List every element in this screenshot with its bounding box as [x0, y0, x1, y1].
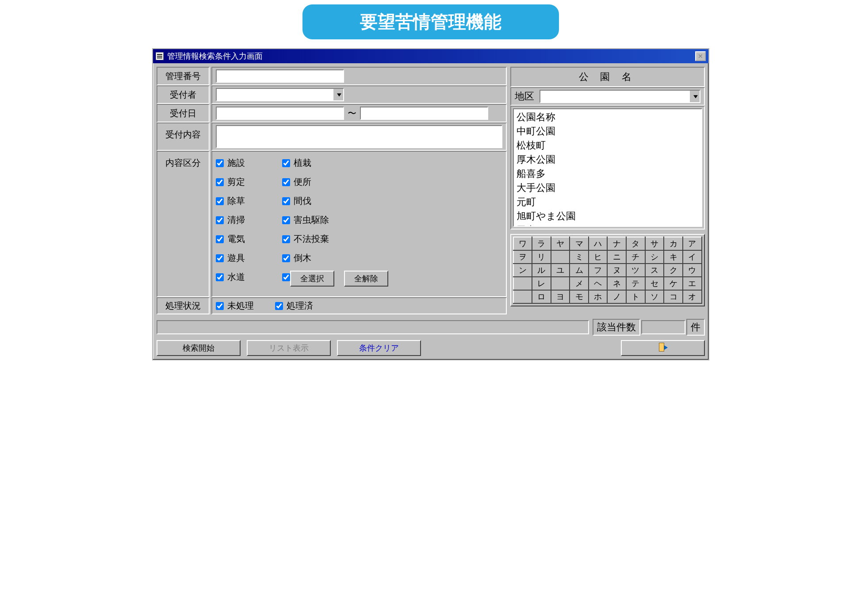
naiyou-kubun-check[interactable]: 遊具	[216, 252, 282, 264]
naiyou-kubun-check[interactable]: 剪定	[216, 176, 282, 188]
kana-key[interactable]: ソ	[645, 290, 664, 303]
chiku-select[interactable]	[540, 90, 700, 103]
list-item[interactable]: 中町公園	[516, 124, 700, 138]
kana-key[interactable]: ト	[626, 290, 645, 303]
naiyou-kubun-check[interactable]: 不法投棄	[282, 233, 393, 245]
checkbox[interactable]	[216, 178, 224, 186]
kana-key[interactable]: ン	[513, 264, 532, 277]
checkbox[interactable]	[216, 302, 224, 310]
kana-key[interactable]: ヘ	[589, 277, 608, 290]
kana-key[interactable]: ス	[645, 264, 664, 277]
kana-key[interactable]: マ	[570, 237, 589, 250]
kana-key[interactable]: ヤ	[551, 237, 570, 250]
kana-key[interactable]: ウ	[683, 264, 702, 277]
uketsukebi-from-input[interactable]	[216, 107, 344, 120]
kana-key[interactable]: ニ	[607, 250, 626, 264]
kana-key[interactable]: チ	[626, 250, 645, 264]
kana-key[interactable]: ヌ	[607, 264, 626, 277]
uketsukebi-to-input[interactable]	[360, 107, 488, 120]
kana-key[interactable]: ワ	[513, 237, 532, 250]
exit-button[interactable]	[621, 340, 705, 356]
kana-key[interactable]: シ	[645, 250, 664, 264]
kana-key[interactable]: キ	[664, 250, 683, 264]
naiyou-kubun-check[interactable]: 便所	[282, 176, 393, 188]
kana-key[interactable]: ラ	[532, 237, 551, 250]
zensentaku-button[interactable]: 全選択	[290, 271, 334, 287]
uketsuke-naiyou-input[interactable]	[216, 125, 502, 148]
kana-key[interactable]: ナ	[607, 237, 626, 250]
naiyou-kubun-check[interactable]: 電気	[216, 233, 282, 245]
shori-joukyou-check[interactable]: 処理済	[275, 300, 313, 312]
kana-key[interactable]: ヨ	[551, 290, 570, 303]
checkbox[interactable]	[216, 159, 224, 167]
kana-key[interactable]: ケ	[664, 277, 683, 290]
naiyou-kubun-check[interactable]: 害虫駆除	[282, 214, 393, 226]
kana-key[interactable]: オ	[683, 290, 702, 303]
kana-key[interactable]: テ	[626, 277, 645, 290]
kanri-bangou-input[interactable]	[216, 69, 344, 83]
checkbox[interactable]	[275, 302, 283, 310]
jouken-clear-button[interactable]: 条件クリア	[337, 340, 421, 356]
naiyou-kubun-check[interactable]: 間伐	[282, 195, 393, 207]
kana-key[interactable]: カ	[664, 237, 683, 250]
naiyou-kubun-check[interactable]: 清掃	[216, 214, 282, 226]
uketsukesha-select[interactable]	[216, 88, 344, 101]
naiyou-kubun-check[interactable]: 施設	[216, 157, 282, 169]
kana-key[interactable]: イ	[683, 250, 702, 264]
kana-key[interactable]: ユ	[551, 264, 570, 277]
list-item[interactable]: 元町	[516, 195, 700, 209]
checkbox[interactable]	[216, 197, 224, 205]
kana-key[interactable]: ツ	[626, 264, 645, 277]
kana-key[interactable]: タ	[626, 237, 645, 250]
checkbox-label: 倒木	[294, 252, 311, 264]
list-item[interactable]: 大手公園	[516, 181, 700, 195]
naiyou-kubun-check[interactable]: 除草	[216, 195, 282, 207]
park-listbox[interactable]: 公園名称中町公園松枝町厚木公園船喜多大手公園元町旭町やま公園吾妻町厚木さつき公園	[513, 108, 702, 227]
kana-key[interactable]: ノ	[607, 290, 626, 303]
list-hyouji-button[interactable]: リスト表示	[247, 340, 331, 356]
kana-key[interactable]: ム	[570, 264, 589, 277]
checkbox[interactable]	[282, 178, 290, 186]
list-item[interactable]: 船喜多	[516, 167, 700, 181]
kana-key[interactable]: ヲ	[513, 250, 532, 264]
naiyou-kubun-check[interactable]: 倒木	[282, 252, 393, 264]
checkbox[interactable]	[282, 197, 290, 205]
kana-key[interactable]: モ	[570, 290, 589, 303]
zenkaijo-button[interactable]: 全解除	[344, 271, 388, 287]
kana-key[interactable]: ロ	[532, 290, 551, 303]
kana-key[interactable]: ネ	[607, 277, 626, 290]
kana-key[interactable]: メ	[570, 277, 589, 290]
kana-key[interactable]: フ	[589, 264, 608, 277]
checkbox[interactable]	[282, 254, 290, 262]
checkbox-label: 未処理	[227, 300, 254, 312]
kana-key[interactable]: コ	[664, 290, 683, 303]
kana-key[interactable]: ク	[664, 264, 683, 277]
kana-key[interactable]: ハ	[589, 237, 608, 250]
list-item[interactable]: 松枝町	[516, 138, 700, 153]
list-item[interactable]: 旭町やま公園	[516, 209, 700, 223]
kana-key[interactable]: ア	[683, 237, 702, 250]
checkbox[interactable]	[216, 254, 224, 262]
kensaku-kaishi-button[interactable]: 検索開始	[157, 340, 241, 356]
kana-key[interactable]: ホ	[589, 290, 608, 303]
list-item[interactable]: 公園名称	[516, 110, 700, 124]
label-shori-joukyou: 処理状況	[157, 297, 210, 314]
shori-joukyou-check[interactable]: 未処理	[216, 300, 254, 312]
checkbox[interactable]	[216, 235, 224, 243]
checkbox[interactable]	[216, 216, 224, 224]
kana-key[interactable]: ミ	[570, 250, 589, 264]
kana-key[interactable]: セ	[645, 277, 664, 290]
kana-key[interactable]: サ	[645, 237, 664, 250]
kana-key[interactable]: ヒ	[589, 250, 608, 264]
kana-key[interactable]: ル	[532, 264, 551, 277]
checkbox[interactable]	[282, 235, 290, 243]
checkbox[interactable]	[282, 216, 290, 224]
kana-key[interactable]: リ	[532, 250, 551, 264]
kana-key[interactable]: エ	[683, 277, 702, 290]
checkbox[interactable]	[282, 159, 290, 167]
kana-key[interactable]: レ	[532, 277, 551, 290]
naiyou-kubun-check[interactable]: 植栽	[282, 157, 393, 169]
list-item[interactable]: 吾妻町	[516, 223, 700, 227]
close-icon[interactable]: ✕	[695, 51, 706, 61]
list-item[interactable]: 厚木公園	[516, 153, 700, 167]
